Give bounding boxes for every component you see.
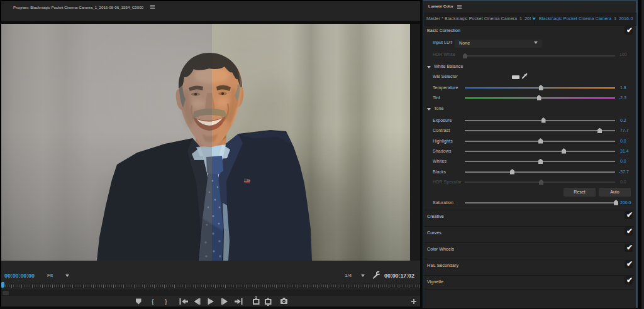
svg-text:}: } — [165, 298, 167, 305]
svg-text:{: { — [152, 298, 154, 305]
